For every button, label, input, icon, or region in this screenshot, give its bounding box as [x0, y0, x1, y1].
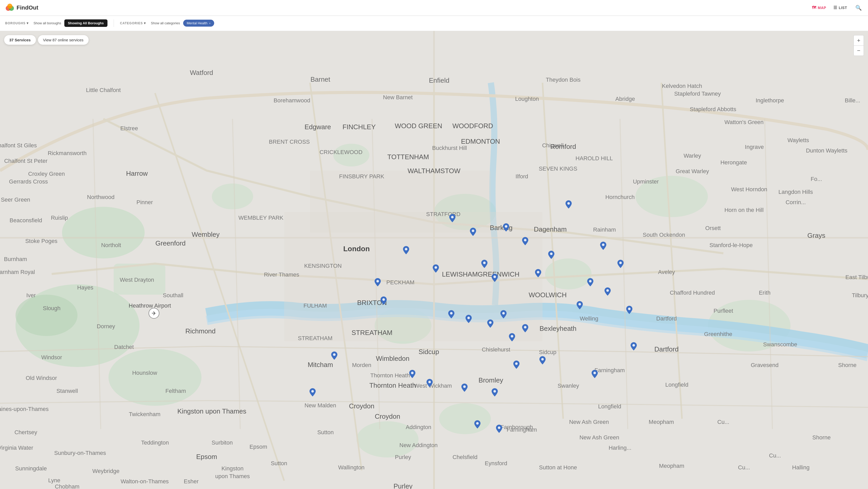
- svg-text:Rickmansworth: Rickmansworth: [48, 150, 87, 156]
- svg-point-201: [376, 280, 379, 282]
- svg-text:Northolt: Northolt: [101, 242, 121, 248]
- map-pin[interactable]: [449, 214, 456, 223]
- svg-text:Langdon Hills: Langdon Hills: [778, 189, 813, 195]
- svg-text:Stapleford Tawney: Stapleford Tawney: [674, 90, 721, 97]
- map-pin[interactable]: [630, 342, 637, 352]
- svg-text:Little Chalfont: Little Chalfont: [86, 87, 121, 93]
- map-pin[interactable]: [481, 260, 488, 269]
- categories-dropdown[interactable]: CATEGORIES ▾: [120, 21, 146, 25]
- map-pin[interactable]: [433, 265, 439, 274]
- map-pin[interactable]: [577, 301, 583, 310]
- services-count-button[interactable]: 37 Services: [4, 35, 36, 45]
- svg-text:Chislehurst: Chislehurst: [482, 346, 510, 353]
- svg-point-233: [498, 426, 500, 429]
- zoom-out-button[interactable]: −: [854, 45, 864, 56]
- svg-text:Bexleyheath: Bexleyheath: [539, 325, 576, 332]
- svg-text:Thornton Heath: Thornton Heath: [369, 381, 416, 389]
- svg-point-2: [7, 4, 12, 9]
- svg-point-227: [428, 381, 431, 383]
- map-pin[interactable]: [331, 352, 337, 361]
- svg-text:Datchet: Datchet: [114, 344, 134, 350]
- logo[interactable]: FindOut: [5, 3, 38, 12]
- map-pin[interactable]: [466, 315, 472, 324]
- remove-category-icon[interactable]: ×: [209, 22, 211, 25]
- map-pin[interactable]: [492, 274, 498, 283]
- map-pin[interactable]: [487, 319, 493, 329]
- map-pin[interactable]: [565, 200, 572, 210]
- svg-text:WOOD GREEN: WOOD GREEN: [395, 122, 442, 130]
- svg-text:Dorney: Dorney: [97, 323, 115, 330]
- svg-text:Ingrave: Ingrave: [745, 144, 764, 150]
- list-nav-item[interactable]: ☰ LIST: [833, 5, 847, 10]
- pin-svg: [513, 361, 520, 369]
- map-pin[interactable]: [309, 388, 316, 398]
- map-pin[interactable]: [617, 260, 624, 269]
- map-pin[interactable]: [548, 251, 554, 260]
- map-pin[interactable]: [503, 223, 509, 233]
- svg-point-209: [505, 225, 507, 228]
- svg-text:Lyne: Lyne: [48, 477, 60, 484]
- map-pin[interactable]: [470, 228, 476, 237]
- svg-point-207: [483, 262, 486, 264]
- pin-svg: [448, 310, 455, 318]
- map-pin[interactable]: [626, 306, 632, 315]
- show-all-categories-link[interactable]: Show all categories: [151, 21, 180, 25]
- svg-point-205: [451, 216, 454, 218]
- svg-point-228: [463, 385, 466, 388]
- map-pin[interactable]: [380, 297, 387, 306]
- map-pin[interactable]: [375, 278, 381, 287]
- map-pin[interactable]: [600, 242, 606, 251]
- map-pin[interactable]: [448, 310, 455, 319]
- map-pin[interactable]: [535, 269, 541, 278]
- map-pin[interactable]: [492, 388, 498, 398]
- map-pin[interactable]: [474, 420, 480, 430]
- showing-all-boroughs-button[interactable]: Showing All Boroughs: [64, 20, 107, 27]
- svg-text:Borehamwood: Borehamwood: [274, 97, 310, 104]
- svg-point-232: [476, 422, 479, 425]
- svg-text:Chertsey: Chertsey: [14, 429, 37, 435]
- svg-text:Chalfont St Peter: Chalfont St Peter: [4, 158, 48, 164]
- pin-svg: [626, 306, 632, 314]
- svg-text:Chafford Hundred: Chafford Hundred: [670, 289, 715, 296]
- svg-text:Dartford: Dartford: [656, 315, 677, 322]
- map-pin[interactable]: [587, 278, 593, 287]
- map-pin[interactable]: [539, 356, 546, 365]
- map-pin[interactable]: [496, 425, 502, 434]
- svg-text:Harrow: Harrow: [126, 170, 148, 177]
- map-pin[interactable]: [427, 379, 433, 388]
- map-pin[interactable]: [522, 324, 528, 333]
- list-nav-label: LIST: [839, 6, 847, 10]
- categories-chevron: ▾: [144, 21, 146, 25]
- zoom-in-button[interactable]: +: [854, 35, 864, 45]
- map-pin[interactable]: [409, 370, 415, 379]
- map-pin[interactable]: [461, 384, 468, 393]
- svg-text:Gerrards Cross: Gerrards Cross: [9, 178, 48, 185]
- show-all-boroughs-link[interactable]: Show all boroughs: [34, 21, 61, 25]
- view-online-button[interactable]: View 87 online services: [38, 35, 89, 45]
- svg-text:Greenhithe: Greenhithe: [704, 331, 733, 337]
- mental-health-filter-button[interactable]: Mental Health ×: [183, 20, 214, 27]
- pin-svg: [409, 370, 415, 378]
- map-pin[interactable]: [509, 333, 515, 342]
- map-pin[interactable]: [604, 287, 611, 297]
- map-pin[interactable]: [522, 237, 528, 246]
- map-nav-item[interactable]: 🗺 MAP: [812, 5, 826, 10]
- map-pin[interactable]: [592, 370, 598, 379]
- svg-text:Dunton Wayletts: Dunton Wayletts: [806, 147, 847, 154]
- zoom-controls: + −: [854, 35, 864, 56]
- map-pin[interactable]: [403, 246, 409, 255]
- boroughs-dropdown[interactable]: BOROUGHS ▾: [5, 21, 28, 25]
- svg-text:Mitcham: Mitcham: [308, 361, 333, 369]
- svg-text:WOODFORD: WOODFORD: [452, 122, 493, 130]
- search-button[interactable]: 🔍: [854, 4, 863, 12]
- pin-svg: [461, 384, 468, 392]
- header-nav: 🗺 MAP ☰ LIST 🔍: [812, 4, 863, 12]
- svg-text:Virginia Water: Virginia Water: [0, 445, 33, 451]
- pin-svg: [309, 388, 316, 396]
- svg-text:Stanwell: Stanwell: [56, 388, 78, 394]
- svg-text:New Addington: New Addington: [399, 442, 438, 449]
- map-pin[interactable]: [500, 310, 506, 319]
- pin-svg: [380, 297, 387, 305]
- svg-text:Bromley: Bromley: [478, 376, 503, 384]
- map-pin[interactable]: [513, 361, 520, 370]
